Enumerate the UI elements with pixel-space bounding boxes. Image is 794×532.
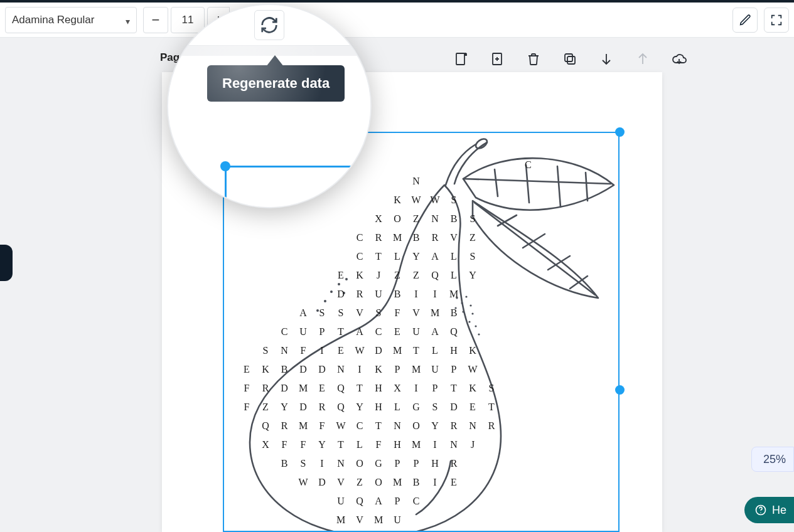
- letter-cell[interactable]: C: [350, 232, 369, 243]
- copy-page-button[interactable]: [561, 50, 579, 68]
- letter-cell[interactable]: D: [313, 364, 331, 375]
- letter-cell[interactable]: L: [444, 251, 463, 262]
- letter-cell[interactable]: D: [369, 345, 388, 356]
- selection-handle-r[interactable]: [615, 385, 625, 395]
- letter-cell[interactable]: K: [463, 383, 482, 394]
- letter-cell[interactable]: H: [388, 439, 407, 450]
- letter-cell[interactable]: X: [388, 383, 407, 394]
- letter-cell[interactable]: I: [426, 477, 444, 488]
- letter-cell[interactable]: Y: [350, 402, 369, 413]
- add-page-button[interactable]: [452, 50, 469, 68]
- letter-cell[interactable]: Q: [350, 496, 369, 507]
- letter-cell[interactable]: F: [237, 402, 256, 413]
- letter-cell[interactable]: M: [426, 307, 444, 319]
- letter-cell[interactable]: P: [388, 364, 407, 375]
- letter-cell[interactable]: U: [331, 496, 350, 507]
- letter-cell[interactable]: R: [350, 289, 369, 300]
- letter-cell[interactable]: F: [294, 345, 313, 356]
- letter-cell[interactable]: G: [407, 402, 426, 413]
- letter-cell[interactable]: N: [444, 439, 463, 450]
- letter-cell[interactable]: Y: [426, 420, 444, 432]
- letter-cell[interactable]: F: [388, 307, 407, 319]
- letter-cell[interactable]: E: [444, 477, 463, 488]
- letter-cell[interactable]: Q: [331, 402, 350, 413]
- letter-cell[interactable]: P: [426, 383, 444, 394]
- letter-cell[interactable]: L: [426, 345, 444, 356]
- letter-cell[interactable]: M: [388, 345, 407, 356]
- letter-cell[interactable]: C: [407, 496, 426, 507]
- letter-cell[interactable]: U: [388, 514, 407, 526]
- letter-cell[interactable]: I: [313, 458, 331, 469]
- letter-cell[interactable]: F: [275, 439, 294, 450]
- letter-cell[interactable]: B: [444, 213, 463, 225]
- letter-cell[interactable]: V: [350, 514, 369, 526]
- letter-cell[interactable]: T: [369, 420, 388, 432]
- letter-cell[interactable]: I: [407, 289, 426, 300]
- letter-cell[interactable]: S: [426, 402, 444, 413]
- letter-cell[interactable]: Y: [463, 270, 482, 281]
- letter-cell[interactable]: L: [350, 439, 369, 450]
- letter-cell[interactable]: S: [294, 458, 313, 469]
- letter-cell[interactable]: C: [275, 326, 294, 338]
- letter-cell[interactable]: K: [350, 270, 369, 281]
- letter-cell[interactable]: D: [275, 383, 294, 394]
- help-button[interactable]: He: [744, 497, 794, 523]
- letter-cell[interactable]: L: [444, 270, 463, 281]
- letter-cell[interactable]: N: [426, 213, 444, 225]
- letter-cell[interactable]: O: [388, 213, 407, 225]
- letter-cell[interactable]: E: [313, 383, 331, 394]
- left-panel-tab[interactable]: [0, 245, 13, 281]
- letter-cell[interactable]: E: [331, 345, 350, 356]
- letter-cell[interactable]: R: [444, 458, 463, 469]
- letter-cell[interactable]: I: [313, 345, 331, 356]
- letter-cell[interactable]: V: [444, 232, 463, 243]
- letter-cell[interactable]: H: [369, 402, 388, 413]
- letter-cell[interactable]: V: [407, 307, 426, 319]
- letter-cell[interactable]: C: [350, 251, 369, 262]
- letter-cell[interactable]: S: [444, 194, 463, 206]
- download-button[interactable]: [670, 50, 688, 68]
- letter-cell[interactable]: I: [426, 439, 444, 450]
- selection-handle-tr[interactable]: [615, 127, 625, 137]
- letter-cell[interactable]: B: [388, 289, 407, 300]
- letter-cell[interactable]: R: [313, 402, 331, 413]
- letter-cell[interactable]: Z: [388, 270, 407, 281]
- letter-cell[interactable]: N: [407, 176, 426, 187]
- letter-cell[interactable]: M: [407, 364, 426, 375]
- edit-button[interactable]: [732, 8, 758, 33]
- letter-cell[interactable]: G: [369, 458, 388, 469]
- letter-cell[interactable]: Z: [407, 213, 426, 225]
- letter-cell[interactable]: S: [369, 307, 388, 319]
- letter-cell[interactable]: U: [407, 326, 426, 338]
- letter-cell[interactable]: W: [294, 477, 313, 488]
- letter-cell[interactable]: U: [369, 289, 388, 300]
- letter-cell[interactable]: Q: [426, 270, 444, 281]
- letter-cell[interactable]: E: [388, 326, 407, 338]
- letter-cell[interactable]: I: [407, 383, 426, 394]
- letter-cell[interactable]: Z: [256, 402, 275, 413]
- letter-cell[interactable]: Z: [407, 270, 426, 281]
- letter-cell[interactable]: R: [482, 420, 501, 432]
- letter-cell[interactable]: Q: [331, 383, 350, 394]
- letter-cell[interactable]: T: [331, 439, 350, 450]
- letter-cell[interactable]: D: [294, 364, 313, 375]
- regenerate-data-button[interactable]: [254, 10, 284, 40]
- letter-cell[interactable]: S: [331, 307, 350, 319]
- letter-cell[interactable]: R: [369, 232, 388, 243]
- decrease-font-button[interactable]: −: [143, 7, 168, 33]
- progress-pill[interactable]: 25%: [751, 447, 794, 472]
- letter-cell[interactable]: P: [388, 496, 407, 507]
- delete-page-button[interactable]: [525, 50, 542, 68]
- fullscreen-button[interactable]: [764, 8, 789, 33]
- letter-cell[interactable]: S: [256, 345, 275, 356]
- letter-cell[interactable]: X: [369, 213, 388, 225]
- letter-cell[interactable]: R: [275, 420, 294, 432]
- letter-cell[interactable]: B: [444, 307, 463, 319]
- letter-cell[interactable]: Z: [463, 232, 482, 243]
- letter-cell[interactable]: O: [407, 420, 426, 432]
- letter-cell[interactable]: Q: [444, 326, 463, 338]
- letter-cell[interactable]: P: [407, 458, 426, 469]
- letter-cell[interactable]: M: [444, 289, 463, 300]
- letter-cell[interactable]: I: [350, 364, 369, 375]
- letter-cell[interactable]: N: [388, 420, 407, 432]
